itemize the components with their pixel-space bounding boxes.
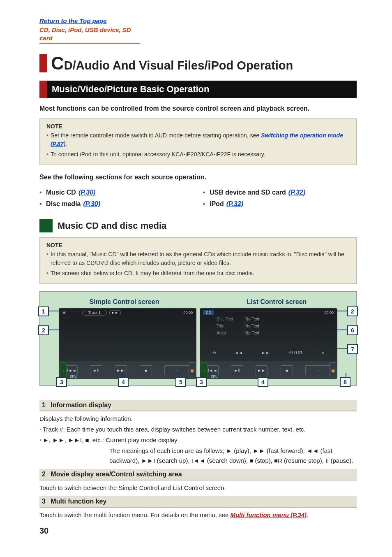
note-text: In this manual, "Music CD" will be refer… (51, 251, 344, 266)
source-label: iPod (210, 200, 224, 208)
switch-screen-button[interactable]: ▣ (330, 362, 336, 378)
info-value: No Text (245, 331, 259, 335)
source-intro: See the following sections for each sour… (39, 172, 357, 182)
source-label: USB device and SD card (210, 189, 286, 196)
track-info-panel[interactable]: Disc TextNo Text TitleNo Text ArtistNo T… (217, 317, 329, 335)
screenshot-figure: Simple Control screen List Control scree… (39, 291, 357, 386)
desc-body-1: Displays the following information. Trac… (39, 414, 357, 466)
simple-screen-label: Simple Control screen (90, 298, 159, 306)
note-text: Set the remote controller mode switch to… (51, 132, 261, 139)
subsection-square-icon (39, 219, 53, 232)
play-icon: ►► (109, 310, 121, 315)
callout-7: 7 (347, 344, 358, 354)
note-text-post: . (65, 141, 67, 147)
page-ref-link[interactable]: (P.32) (226, 200, 244, 208)
callout-line (336, 348, 348, 349)
callout-2-left: 2 (38, 325, 49, 335)
intro-text: Most functions can be controlled from th… (39, 104, 357, 114)
multi-function-menu-link[interactable]: Multi function menu (P.34) (230, 511, 307, 518)
callout-line (225, 311, 348, 311)
note-label: NOTE (46, 123, 350, 130)
info-value: No Text (245, 324, 259, 328)
switch-screen-button[interactable]: ▣ (189, 362, 195, 378)
page-title: C D/Audio And Visual Files/iPod Operatio… (39, 54, 357, 72)
desc-body-3: Touch to switch the multi function menu.… (39, 510, 357, 520)
movie-display-area[interactable] (59, 317, 196, 362)
desc-num: 3 (42, 498, 46, 505)
callout-8: 8 (340, 377, 350, 387)
desc-meanings: The meanings of each icon are as follows… (109, 446, 357, 466)
desc-title: Multi function key (51, 498, 106, 505)
title-accent-bar (39, 54, 47, 72)
info-label-title: Title (217, 324, 245, 328)
page-ref-link[interactable]: (P.32) (288, 189, 306, 196)
title-text: D/Audio And Visual Files/iPod Operation (64, 59, 293, 72)
desc-title: Movie display area/Control switching are… (51, 471, 182, 478)
desc-rest: : Each time you touch this area, display… (63, 426, 305, 433)
desc-heading-1: 1 Information display (39, 400, 357, 411)
close-icon[interactable]: ✕ (321, 350, 325, 355)
menu-label[interactable]: enu (211, 374, 218, 378)
list-screen-label: List Control screen (247, 298, 307, 306)
source-label: Music CD (46, 189, 76, 196)
control-bar: ‹ I◄◄ ►II ►►I ■ · ▣ (59, 362, 196, 378)
note-box-2: NOTE In this manual, "Music CD" will be … (39, 237, 357, 284)
callout-line (48, 330, 60, 330)
note-text: To connect iPod to this unit, optional a… (51, 151, 265, 158)
callout-6: 6 (347, 325, 358, 335)
bullet: • (39, 200, 44, 208)
time-readout: 00:00 (183, 311, 193, 315)
source-item-ipod: • iPod (P.32) (203, 200, 357, 208)
position-readout: P 00:01 (288, 350, 302, 355)
desc-plain-post: . (307, 511, 308, 518)
callout-3-right: 3 (196, 377, 207, 387)
menu-label[interactable]: enu (70, 374, 77, 378)
note-item: The screen shot below is for CD. It may … (46, 269, 350, 278)
cd-badge: CD (203, 310, 214, 315)
desc-rest: : Current play mode display (102, 436, 178, 443)
desc-plain-pre: Touch to switch the multi function menu.… (39, 511, 230, 518)
forward-icon[interactable]: ►► (261, 350, 270, 355)
desc-prefix: Track # (43, 426, 63, 433)
stop-button[interactable]: ■ (281, 365, 293, 375)
callout-line (48, 311, 97, 311)
callout-4-left: 4 (118, 377, 129, 387)
rewind-icon[interactable]: ◄◄ (235, 350, 243, 355)
multi-function-key[interactable]: ‹ (201, 362, 208, 378)
desc-heading-3: 3 Multi function key (39, 496, 357, 508)
list-control-screenshot: CD 00:00 Disc TextNo Text TitleNo Text A… (200, 308, 337, 379)
note-item: In this manual, "Music CD" will be refer… (46, 250, 350, 267)
desc-line: ►, ►►, ►►I, ■, etc.: Current play mode d… (39, 435, 357, 445)
breadcrumb-context: CD, Disc, iPod, USB device, SD card (39, 26, 140, 44)
page-ref-link[interactable]: (P.30) (78, 189, 96, 196)
desc-plain: Touch to switch between the Simple Contr… (39, 484, 226, 491)
seek-bar[interactable]: ⟲ ◄◄ ►► P 00:01 ✕ (212, 346, 325, 359)
return-top-link[interactable]: Return to the Top page (39, 16, 357, 25)
source-list: • Music CD (P.30) • USB device and SD ca… (39, 189, 357, 208)
note-item: Set the remote controller mode switch to… (46, 131, 350, 149)
info-value: No Text (245, 317, 259, 321)
desc-title: Information display (51, 402, 111, 408)
desc-line: Track #: Each time you touch this area, … (39, 425, 357, 434)
callout-1: 1 (38, 306, 49, 316)
sub-function-button[interactable]: · (164, 365, 190, 375)
note-label: NOTE (46, 242, 350, 248)
play-pause-button[interactable]: ►II (90, 365, 102, 375)
page-ref-link[interactable]: (P.30) (83, 200, 100, 208)
stop-button[interactable]: ■ (140, 365, 152, 375)
subsection-heading: Music CD and disc media (39, 219, 357, 232)
info-label-disc-text: Disc Text (217, 317, 245, 321)
play-pause-button[interactable]: ►II (231, 365, 243, 375)
desc-body-2: Touch to switch between the Simple Contr… (39, 483, 357, 493)
page-number: 30 (39, 526, 48, 536)
callout-5: 5 (175, 377, 186, 387)
title-drop-cap: C (51, 54, 64, 72)
section-heading: Music/Video/Picture Basic Operation (39, 81, 357, 98)
sub-function-button[interactable]: · (305, 365, 331, 375)
note-text: The screen shot below is for CD. It may … (51, 270, 254, 276)
next-track-button[interactable]: ►►I (115, 365, 127, 375)
callout-2-right: 2 (347, 306, 358, 316)
repeat-icon[interactable]: ⟲ (212, 350, 216, 355)
subsection-text: Music CD and disc media (58, 220, 166, 231)
callout-3-left: 3 (56, 377, 67, 387)
